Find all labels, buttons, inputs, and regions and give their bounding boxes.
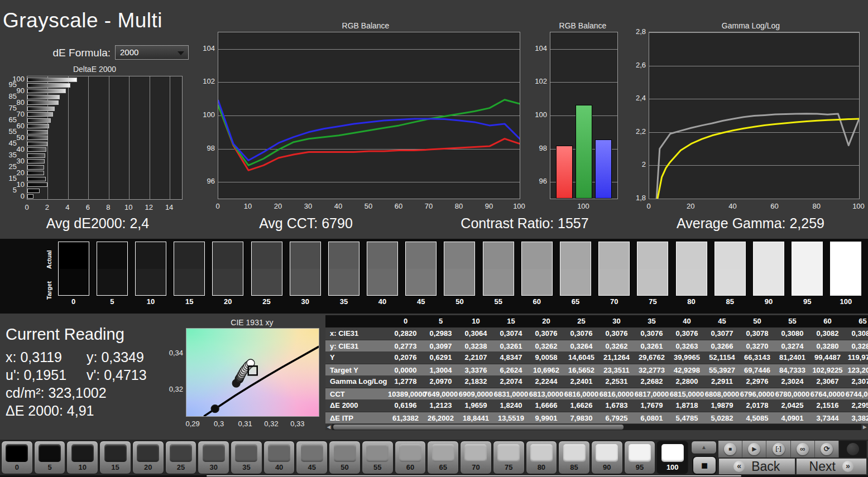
grayscale-level-button[interactable]: 10 [66, 441, 98, 474]
table-column-header: 55 [775, 315, 810, 327]
table-cell: 1,6666 [529, 399, 564, 412]
grayscale-level-button[interactable]: 15 [99, 441, 131, 474]
grayscale-level-button[interactable]: 100 [656, 441, 688, 474]
refresh-button[interactable]: ⟳ [815, 441, 839, 457]
deltae-bar [27, 159, 45, 163]
gridline [170, 76, 170, 199]
table-cell: 2,2107 [458, 351, 493, 364]
table-cell: 0,3262 [599, 340, 634, 352]
swatch-label: 20 [209, 297, 247, 306]
calibration-app-window: Grayscale - Multi dE Formula: 2000 Delta… [0, 0, 868, 477]
table-cell: 18,8441 [458, 412, 493, 424]
swatch-slot: 80 [672, 242, 711, 312]
grayscale-level-button[interactable]: 5 [34, 441, 66, 474]
y-tick-label: 2,4 [634, 94, 646, 102]
actual-swatch [406, 242, 436, 269]
de-formula-dropdown[interactable]: 2000 [115, 45, 189, 60]
deltae-bar [27, 95, 60, 99]
table-cell: 6808,0000 [704, 388, 740, 400]
table-cell: 55,3927 [704, 364, 740, 376]
table-column-header: 65 [845, 315, 868, 327]
grayscale-level-button[interactable]: 60 [395, 441, 426, 474]
actual-swatch [599, 242, 629, 269]
table-cell: 0,3076 [529, 327, 564, 340]
grayscale-comparison-strip: Actual Target 05101520253035404550556065… [0, 239, 868, 314]
grayscale-level-button[interactable]: 75 [493, 441, 525, 474]
swatch-box [135, 242, 166, 296]
summary-stat: Avg dE2000: 2,4 [0, 215, 195, 234]
table-row: y: CIE310,27730,30970,32380,32610,32620,… [325, 340, 868, 352]
target-swatch [792, 269, 822, 296]
deltae-bar [27, 142, 47, 146]
table-cell: 0,3077 [704, 327, 740, 340]
measure-continuous-button[interactable]: ∞ [791, 441, 815, 457]
grayscale-level-button[interactable]: 95 [624, 441, 656, 474]
level-label: 90 [592, 463, 622, 471]
x-tick-label: 60 [765, 202, 784, 210]
next-chevrons-icon: » [842, 461, 853, 472]
pattern-window-button[interactable]: ■ [692, 456, 717, 475]
table-cell: 1,8718 [669, 399, 704, 412]
table-cell: 13,5519 [493, 412, 529, 424]
grayscale-level-button[interactable]: 80 [526, 441, 558, 474]
actual-swatch [213, 242, 243, 269]
x-tick-label: 60 [389, 202, 408, 210]
grayscale-level-button[interactable]: 70 [460, 441, 492, 474]
grayscale-level-button[interactable]: 25 [165, 441, 197, 474]
scrollbar-thumb[interactable] [333, 425, 624, 430]
grayscale-level-button[interactable]: 85 [558, 441, 590, 474]
grayscale-level-button[interactable]: 35 [231, 441, 262, 474]
grayscale-level-button[interactable]: 90 [591, 441, 623, 474]
grayscale-level-button[interactable]: 55 [362, 441, 394, 474]
stop-button[interactable]: ■ [718, 441, 742, 457]
table-cell: 16,5652 [564, 364, 599, 376]
reading-value: v': 0,4713 [87, 367, 147, 383]
grayscale-level-button[interactable]: 45 [296, 441, 328, 474]
swatch-box [792, 242, 823, 296]
grayscale-level-button[interactable]: 30 [198, 441, 229, 474]
measure-single-button[interactable]: [·] [766, 441, 790, 457]
gridline [550, 49, 617, 50]
table-cell: 6,0801 [634, 412, 669, 424]
x-tick-label: 12 [140, 203, 159, 211]
grayscale-level-button[interactable]: 65 [427, 441, 459, 474]
deltae-bar [27, 130, 48, 134]
play-button[interactable]: ▶ [742, 441, 766, 457]
table-cell: 0,3084 [845, 327, 868, 340]
scroll-right-button[interactable]: ▶ [861, 424, 868, 430]
table-row: ΔE ITP61,338226,200218,844113,55199,9901… [325, 412, 868, 424]
swatch-slot: 75 [634, 242, 672, 312]
swatch-label: 85 [711, 297, 749, 306]
table-row: x: CIE310,28200,29830,30640,30740,30760,… [325, 327, 868, 340]
y-tick-label: 102 [202, 77, 215, 85]
swatch-label: 5 [93, 297, 131, 306]
gridline [88, 76, 89, 199]
transport-controls: ■▶[·]∞⟳ [718, 441, 867, 457]
swatch-box [405, 242, 437, 296]
x-tick-label: 10 [119, 203, 138, 211]
actual-swatch [792, 242, 822, 269]
reading-value: u': 0,1951 [6, 367, 66, 383]
y-tick-label: 98 [202, 144, 215, 152]
deltae-bar [27, 147, 46, 152]
table-cell: 4,5085 [740, 412, 775, 424]
scroll-left-button[interactable]: ◀ [325, 424, 332, 430]
pattern-up-button[interactable]: ▲ [691, 441, 717, 454]
grayscale-level-button[interactable]: 20 [132, 441, 164, 474]
level-label: 25 [166, 463, 196, 471]
next-button[interactable]: Next » [796, 458, 867, 475]
swatch-slot: 20 [209, 242, 247, 312]
actual-swatch [483, 242, 514, 269]
target-swatch [174, 269, 204, 296]
level-swatch [497, 444, 520, 462]
grayscale-level-button[interactable]: 0 [1, 441, 33, 474]
level-swatch [39, 444, 61, 462]
swatch-box [444, 242, 475, 296]
table-cell: 2,2682 [634, 375, 669, 388]
summary-stat: Contrast Ratio: 1557 [416, 215, 633, 234]
back-button[interactable]: « Back [718, 458, 795, 475]
grayscale-level-button[interactable]: 50 [329, 441, 361, 474]
target-swatch [831, 269, 861, 296]
grayscale-level-button[interactable]: 40 [263, 441, 295, 474]
rgb-balance-bar-chart: RGB Balance 9698100102104100 [533, 17, 632, 212]
